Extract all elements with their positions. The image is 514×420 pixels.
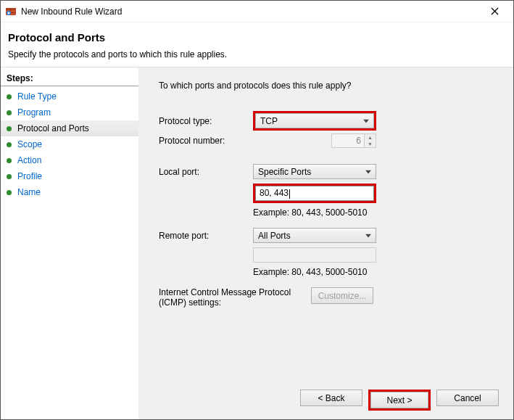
local-port-label: Local port: — [159, 167, 253, 177]
steps-heading: Steps: — [1, 72, 138, 86]
firewall-icon — [5, 6, 17, 17]
wizard-buttons: < Back Next > Cancel — [159, 375, 499, 411]
chevron-down-icon — [363, 119, 369, 123]
step-label: Rule Type — [17, 91, 57, 102]
step-label: Scope — [17, 139, 42, 149]
remote-port-dropdown[interactable]: All Ports — [253, 228, 376, 243]
local-port-value: 80, 443 — [260, 188, 290, 198]
protocol-number-value: 6 — [332, 136, 364, 146]
step-label: Name — [17, 187, 41, 197]
highlight-protocol-type: TCP — [253, 111, 376, 131]
page-title: Protocol and Ports — [8, 31, 506, 44]
step-protocol-and-ports[interactable]: Protocol and Ports — [1, 120, 138, 136]
step-action[interactable]: Action — [1, 152, 138, 168]
protocol-number-spinner: 6 ▲ ▼ — [331, 133, 376, 148]
protocol-type-dropdown[interactable]: TCP — [255, 113, 374, 128]
remote-port-input-row — [159, 247, 499, 263]
bullet-icon — [7, 110, 12, 115]
local-port-mode: Specific Ports — [258, 167, 311, 177]
remote-port-input — [253, 247, 376, 263]
customize-button: Customize... — [311, 287, 373, 304]
wizard-header: Protocol and Ports Specify the protocols… — [1, 22, 513, 67]
svg-point-5 — [8, 12, 9, 13]
step-name[interactable]: Name — [1, 184, 138, 200]
remote-port-label: Remote port: — [159, 231, 253, 241]
bullet-icon — [7, 174, 12, 179]
highlight-local-port-input: 80, 443 — [253, 184, 376, 203]
bullet-icon — [7, 190, 12, 195]
window-title: New Inbound Rule Wizard — [21, 7, 480, 17]
chevron-down-icon — [365, 170, 371, 173]
remote-port-row: Remote port: All Ports — [159, 228, 499, 243]
page-description: Specify the protocols and ports to which… — [8, 49, 506, 59]
protocol-type-row: Protocol type: TCP — [159, 111, 499, 131]
step-rule-type[interactable]: Rule Type — [1, 88, 138, 104]
step-program[interactable]: Program — [1, 104, 138, 120]
remote-port-example: Example: 80, 443, 5000-5010 — [253, 267, 499, 277]
steps-list: Rule Type Program Protocol and Ports Sco… — [1, 88, 138, 200]
main-panel: To which ports and protocols does this r… — [138, 67, 513, 419]
protocol-number-row: Protocol number: 6 ▲ ▼ — [159, 133, 499, 148]
step-scope[interactable]: Scope — [1, 136, 138, 152]
local-port-input-row: 80, 443 — [159, 184, 499, 203]
local-port-example: Example: 80, 443, 5000-5010 — [253, 207, 499, 218]
bullet-icon — [7, 94, 12, 99]
svg-marker-8 — [363, 119, 369, 123]
close-button[interactable] — [480, 1, 509, 22]
protocol-type-label: Protocol type: — [159, 116, 253, 126]
cancel-button[interactable]: Cancel — [436, 390, 499, 406]
step-profile[interactable]: Profile — [1, 168, 138, 184]
protocol-number-label: Protocol number: — [159, 136, 253, 146]
titlebar: New Inbound Rule Wizard — [1, 1, 513, 22]
step-label: Action — [17, 155, 41, 165]
local-port-dropdown[interactable]: Specific Ports — [253, 164, 376, 179]
bullet-icon — [7, 158, 12, 163]
svg-marker-10 — [365, 234, 371, 237]
svg-marker-9 — [365, 170, 371, 173]
step-label: Program — [17, 107, 51, 118]
back-button[interactable]: < Back — [300, 390, 362, 406]
protocol-type-value: TCP — [260, 116, 278, 126]
spinner-down-icon[interactable]: ▼ — [365, 141, 376, 147]
remote-port-mode: All Ports — [258, 231, 291, 241]
icmp-row: Internet Control Message Protocol (ICMP)… — [159, 287, 499, 308]
step-label: Protocol and Ports — [17, 123, 89, 133]
next-button[interactable]: Next > — [370, 392, 428, 408]
step-label: Profile — [17, 171, 42, 181]
spinner-arrows: ▲ ▼ — [364, 134, 376, 147]
local-port-row: Local port: Specific Ports — [159, 164, 499, 179]
chevron-down-icon — [365, 234, 371, 237]
highlight-next-button: Next > — [368, 390, 431, 411]
local-port-input[interactable]: 80, 443 — [255, 186, 374, 201]
bullet-icon — [7, 142, 12, 147]
icmp-label: Internet Control Message Protocol (ICMP)… — [159, 287, 311, 308]
bullet-icon — [7, 126, 12, 131]
steps-panel: Steps: Rule Type Program Protocol and Po… — [1, 67, 138, 419]
spinner-up-icon[interactable]: ▲ — [365, 134, 376, 141]
wizard-body: Steps: Rule Type Program Protocol and Po… — [1, 67, 513, 419]
wizard-window: New Inbound Rule Wizard Protocol and Por… — [0, 0, 514, 420]
question-text: To which ports and protocols does this r… — [159, 81, 499, 91]
